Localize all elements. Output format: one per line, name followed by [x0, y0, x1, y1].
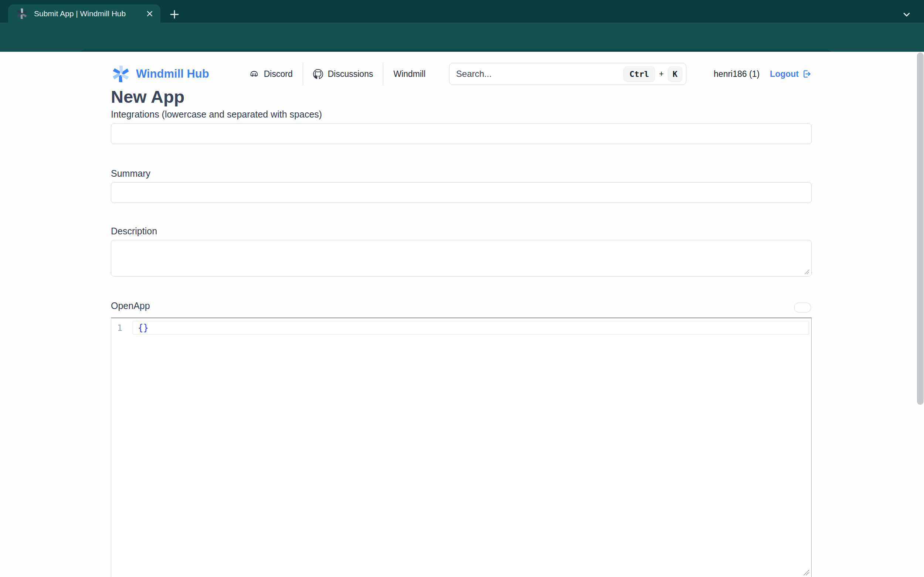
nav-item-discord[interactable]: Discord [249, 69, 293, 79]
main-nav: Discord Discussions Windmill [249, 63, 426, 85]
brand-name: Windmill Hub [136, 67, 209, 81]
editor-resize-handle[interactable] [802, 568, 810, 576]
nav-label: Discord [264, 69, 293, 79]
integrations-label: Integrations (lowercase and separated wi… [111, 109, 322, 120]
editor-active-line[interactable]: {} [133, 321, 809, 335]
windmill-logo-icon [111, 64, 131, 84]
search-placeholder: Search... [456, 69, 623, 79]
browser-tab[interactable]: Submit App | Windmill Hub [8, 5, 160, 23]
browser-toolbar: hub.windmill.dev/apps/add [0, 23, 924, 52]
description-textarea[interactable] [111, 240, 811, 277]
new-tab-button[interactable] [168, 8, 181, 21]
github-icon [313, 69, 323, 79]
brand-logo[interactable]: Windmill Hub [111, 64, 209, 84]
openapp-label: OpenApp [111, 300, 150, 311]
description-label: Description [111, 226, 157, 237]
description-field [111, 240, 811, 277]
nav-label: Discussions [328, 69, 373, 79]
kbd-k: K [668, 66, 682, 82]
windmill-favicon-icon [16, 7, 28, 20]
nav-divider [383, 63, 383, 85]
integrations-input[interactable] [111, 124, 811, 144]
username: henri186 (1) [714, 69, 760, 79]
user-area: henri186 (1) Logout [714, 69, 811, 79]
tab-search-chevron-icon[interactable] [900, 9, 913, 20]
logout-label: Logout [770, 69, 799, 79]
close-tab-icon[interactable] [145, 9, 155, 18]
page-viewport: Windmill Hub Discord [0, 52, 924, 577]
kbd-plus: + [659, 69, 664, 79]
content-container: Windmill Hub Discord [111, 52, 811, 577]
search-input[interactable]: Search... Ctrl + K [449, 63, 686, 85]
editor-code: {} [138, 323, 148, 333]
discord-icon [249, 69, 259, 79]
logout-button[interactable]: Logout [770, 69, 811, 79]
kbd-ctrl: Ctrl [623, 66, 655, 82]
browser-window: Submit App | Windmill Hub [0, 0, 924, 577]
nav-label: Windmill [393, 69, 425, 79]
page-scrollbar[interactable] [917, 53, 924, 405]
nav-item-discussions[interactable]: Discussions [313, 69, 373, 79]
summary-input[interactable] [111, 182, 811, 203]
openapp-toggle[interactable] [794, 302, 811, 313]
nav-divider [303, 63, 303, 85]
editor-line-number: 1 [117, 323, 122, 333]
textarea-resize-handle[interactable] [803, 268, 810, 275]
tab-strip: Submit App | Windmill Hub [0, 0, 924, 23]
tab-title: Submit App | Windmill Hub [34, 9, 145, 18]
summary-label: Summary [111, 168, 150, 179]
page-title: New App [111, 87, 184, 107]
site-header: Windmill Hub Discord [111, 60, 811, 88]
nav-item-windmill[interactable]: Windmill [393, 69, 425, 79]
logout-icon [802, 69, 811, 79]
openapp-code-editor[interactable]: 1 {} [111, 318, 811, 577]
